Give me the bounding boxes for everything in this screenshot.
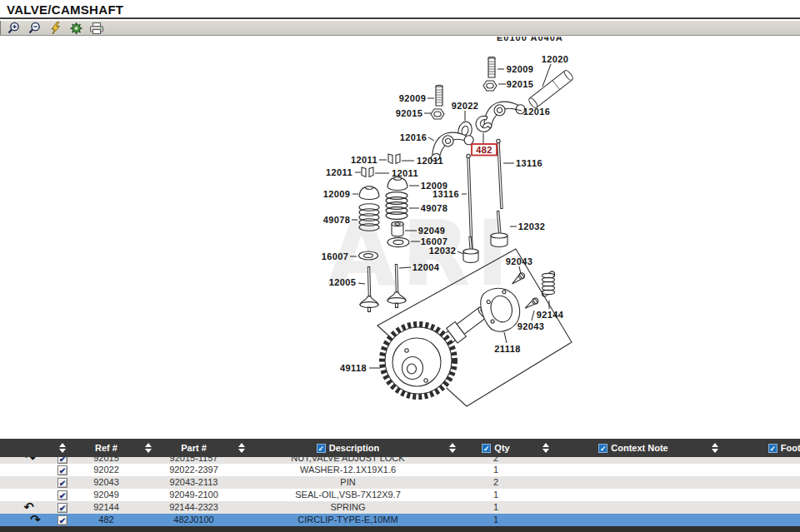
part-tappet-12032-right [491, 211, 508, 247]
undo-arrow-icon[interactable]: ↶ [23, 501, 34, 513]
part-rocker-12016-right [476, 92, 527, 132]
diagram-label-482[interactable]: 482 [476, 145, 492, 155]
part-bolt-92009-left [436, 85, 442, 106]
part-collets-12011-a [388, 154, 400, 164]
part-valve-12005 [360, 266, 378, 311]
sort-button[interactable] [542, 443, 549, 453]
gear-icon[interactable] [68, 21, 84, 35]
diagram-label-92043[interactable]: 92043 [506, 256, 533, 266]
redo-arrow-icon[interactable]: ↷ [25, 457, 36, 464]
diagram-label-92022[interactable]: 92022 [452, 101, 479, 111]
diagram-label-49078[interactable]: 49078 [323, 215, 351, 225]
sort-button[interactable] [238, 443, 245, 453]
column-checkbox[interactable]: ✓ [768, 444, 778, 453]
table-row[interactable]: ✔ 92043 92043-2113 PIN 2 [0, 476, 800, 489]
diagram-label-12032[interactable]: 12032 [518, 221, 546, 231]
row-checkbox[interactable]: ✔ [58, 515, 68, 525]
diagram-label-12016[interactable]: 12016 [523, 107, 551, 117]
column-foot-note[interactable]: ✓Foot Note [729, 443, 800, 453]
diagram-label-12011[interactable]: 12011 [326, 167, 352, 177]
part-spring-49078-mid [386, 192, 408, 220]
column-checkbox[interactable]: ✓ [317, 444, 326, 453]
part-spring-49078-left [359, 204, 379, 231]
column-checkbox[interactable]: ✓ [482, 444, 491, 453]
diagram-label-92009[interactable]: 92009 [507, 64, 534, 74]
sort-button[interactable] [59, 443, 66, 453]
part-retainer-12009-mid [388, 177, 408, 191]
column-part[interactable]: Part # [162, 443, 225, 453]
leader-line [399, 267, 411, 268]
table-row[interactable]: ✔ 92022 92022-2397 WASHER-12.1X19X1.6 1 [0, 464, 800, 476]
part-spring-92144 [542, 271, 555, 296]
diagram-label-49078[interactable]: 49078 [421, 203, 448, 213]
diagram-label-12011[interactable]: 12011 [351, 155, 378, 165]
diagram-label-12032[interactable]: 12032 [429, 246, 457, 256]
diagram-label-12016[interactable]: 12016 [400, 132, 428, 142]
sort-button[interactable] [712, 443, 718, 453]
zoom-out-icon[interactable] [26, 21, 42, 35]
table-row[interactable]: ✔ 92049 92049-2100 SEAL-OIL,VSB-7X12X9.7… [0, 489, 800, 501]
zoom-in-icon[interactable] [5, 21, 22, 35]
diagram-label-13116[interactable]: 13116 [516, 158, 542, 168]
column-qty[interactable]: ✓Qty [467, 443, 525, 453]
diagram-label-92144[interactable]: 92144 [537, 310, 564, 320]
leader-line [504, 332, 507, 343]
leader-line [458, 251, 463, 254]
table-header: Ref # Part # ✓Description ✓Qty ✓Context … [0, 439, 800, 457]
part-tappet-12032-left [463, 236, 478, 262]
part-valve-12004 [388, 264, 406, 307]
part-nut-92015-left [431, 109, 444, 119]
part-bolt-92009-right [488, 57, 495, 77]
diagram-label-92009[interactable]: 92009 [399, 93, 427, 103]
sort-button[interactable] [145, 443, 152, 453]
row-checkbox[interactable]: ✔ [58, 457, 68, 464]
redo-arrow-icon[interactable]: ↷ [30, 514, 41, 525]
leader-line [532, 311, 534, 321]
diagram-label-12005[interactable]: 12005 [329, 277, 357, 287]
part-screw-92043-top [510, 271, 526, 286]
row-checkbox[interactable]: ✔ [58, 490, 68, 500]
part-retainer-12009-left [359, 186, 379, 200]
diagram-area: ARI E0100 A040A [0, 37, 800, 439]
print-icon[interactable] [88, 21, 105, 35]
diagram-label-12004[interactable]: 12004 [412, 262, 440, 272]
diagram-label-92049[interactable]: 92049 [418, 226, 446, 236]
table-row-selected[interactable]: ↷ ✔ 482 482J0100 CIRCLIP-TYPE-E,10MM 1 [0, 514, 800, 526]
leader-line [358, 283, 365, 284]
part-shaft-12020 [528, 69, 574, 109]
leader-line [519, 266, 521, 274]
part-screw-92043-low [523, 297, 539, 311]
row-checkbox[interactable]: ✔ [58, 503, 68, 513]
diagram-label-13116[interactable]: 13116 [432, 189, 459, 199]
sort-button[interactable] [449, 443, 456, 453]
diagram-label-12011[interactable]: 12011 [417, 156, 443, 166]
title-bar: VALVE/CAMSHAFT [0, 0, 800, 19]
table-row-partial[interactable]: ↷ ✔ 92015 92015-1157 NUT,VALVE ADJUST LO… [0, 457, 800, 464]
row-checkbox[interactable]: ✔ [58, 465, 68, 475]
page-title: VALVE/CAMSHAFT [0, 0, 123, 17]
column-checkbox[interactable]: ✓ [598, 444, 608, 453]
diagram-label-12009[interactable]: 12009 [323, 189, 351, 199]
table-row[interactable]: ↶ ✔ 92144 92144-2323 SPRING 1 [0, 501, 800, 514]
diagram-label-92015[interactable]: 92015 [396, 108, 423, 118]
leader-line [428, 137, 434, 141]
part-pushrod-13116-left [467, 154, 472, 249]
diagram-label-12020[interactable]: 12020 [542, 54, 569, 64]
diagram-label-92043[interactable]: 92043 [518, 321, 545, 331]
part-washer-16007-mid [388, 237, 409, 246]
diagram-label-92015[interactable]: 92015 [507, 79, 534, 89]
footer-bar [0, 526, 800, 532]
lightning-icon[interactable] [47, 21, 63, 35]
column-ref[interactable]: Ref # [79, 443, 133, 453]
diagram-label-16007[interactable]: 16007 [322, 251, 349, 261]
parts-table: Ref # Part # ✓Description ✓Qty ✓Context … [0, 439, 800, 532]
diagram-label-21118[interactable]: 21118 [494, 344, 520, 354]
column-description[interactable]: ✓Description [258, 443, 438, 453]
column-context-note[interactable]: ✓Context Note [567, 443, 700, 453]
app-window: VALVE/CAMSHAFT [0, 0, 800, 532]
row-checkbox[interactable]: ✔ [58, 478, 68, 488]
diagram-label-49118[interactable]: 49118 [340, 363, 367, 373]
diagram-label-12011[interactable]: 12011 [392, 168, 418, 178]
part-nut-92015-right [483, 81, 497, 91]
toolbar [0, 21, 800, 36]
